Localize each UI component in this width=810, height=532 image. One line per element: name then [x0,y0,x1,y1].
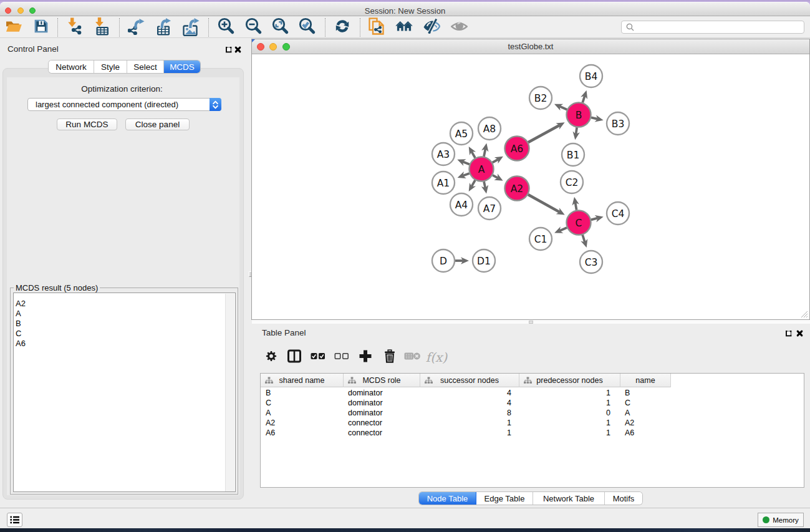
graph-edge-A-A3[interactable] [463,162,470,164]
task-history-button[interactable] [7,513,22,527]
result-item[interactable]: C [14,329,235,339]
search-box[interactable] [621,21,804,34]
close-panel-button[interactable]: Close panel [125,118,190,130]
main-titlebar[interactable]: Session: New Session [0,2,810,16]
close-panel-icon[interactable] [234,46,241,53]
zoom-out-button[interactable] [243,17,264,38]
open-folder-button[interactable] [3,17,24,38]
tab-edge-table[interactable]: Edge Table [476,492,533,505]
refresh-button[interactable] [332,17,353,38]
import-table-button[interactable] [91,17,112,38]
graph-node-A1[interactable]: A1 [432,172,455,194]
graph-node-A2[interactable]: A2 [505,177,529,201]
graph-node-B[interactable]: B [567,103,591,127]
graph-node-A6[interactable]: A6 [505,137,529,161]
network-window-titlebar[interactable]: testGlobe.txt [252,39,809,54]
graph-edge-C-C1[interactable] [560,228,567,231]
export-image-button[interactable] [181,17,202,38]
memory-button[interactable]: Memory [758,513,804,527]
zoom-selected-button[interactable] [297,17,318,38]
home-layout-button[interactable] [393,17,415,38]
tab-network[interactable]: Network [49,60,94,73]
graph-node-C4[interactable]: C4 [607,202,629,225]
result-item[interactable]: A6 [14,339,235,349]
column-header-predecessor-nodes[interactable]: predecessor nodes [519,374,620,387]
export-network-button[interactable] [126,17,147,38]
result-item[interactable]: A [14,309,235,319]
horizontal-splitter-grip[interactable] [529,321,533,324]
delete-table-button[interactable] [400,342,424,373]
graph-node-C3[interactable]: C3 [580,251,602,273]
column-header-shared-name[interactable]: shared name [261,374,344,387]
search-input[interactable] [637,23,804,32]
graph-edge-A-A4[interactable] [471,180,475,186]
graph-edge-A-A2[interactable] [493,175,498,178]
graph-node-B2[interactable]: B2 [529,87,552,109]
import-network-button[interactable] [64,17,85,38]
graph-edge-C-C4[interactable] [591,218,598,220]
graph-node-A3[interactable]: A3 [432,143,455,165]
graph-edge-B-B2[interactable] [560,107,567,110]
column-header-successor-nodes[interactable]: successor nodes [420,374,519,387]
deselect-all-rows-button[interactable] [330,342,354,373]
graph-node-A8[interactable]: A8 [478,117,501,140]
column-header-MCDS-role[interactable]: MCDS role [344,374,420,387]
add-column-button[interactable] [354,342,377,373]
float-panel-icon[interactable] [225,46,232,53]
criterion-dropdown[interactable]: largest connected component (directed) [27,98,221,111]
save-button[interactable] [31,17,52,38]
export-table-button[interactable] [153,17,175,38]
graph-node-A4[interactable]: A4 [450,193,473,216]
float-table-panel-icon[interactable] [785,330,792,337]
clone-network-button[interactable] [366,17,387,38]
zoom-fit-button[interactable] [270,17,291,38]
tab-motifs[interactable]: Motifs [605,492,642,505]
hide-panel-button[interactable] [421,17,442,38]
graph-edge-A2-C[interactable] [528,195,560,212]
graph-node-A5[interactable]: A5 [450,122,473,145]
column-header-name[interactable]: name [620,374,671,387]
tab-select[interactable]: Select [127,60,164,73]
graph-node-C[interactable]: C [567,211,591,235]
graph-edge-A-A6[interactable] [493,160,498,163]
graph-edge-C-C2[interactable] [576,203,577,210]
graph-edge-B-B4[interactable] [582,96,585,103]
graph-node-B1[interactable]: B1 [562,143,584,166]
graph-edge-A6-B[interactable] [528,125,559,143]
graph-edge-B-B1[interactable] [576,127,577,134]
function-builder-button[interactable]: f(x) [425,342,448,373]
tab-style[interactable]: Style [94,60,127,73]
mcds-result-list[interactable]: A2ABCA6 [13,293,236,492]
result-item[interactable]: B [14,319,235,329]
show-panel-button[interactable] [448,17,470,38]
close-table-panel-icon[interactable] [796,330,803,337]
gear-button[interactable] [259,342,283,373]
graph-edge-C-C3[interactable] [582,235,585,243]
node-table[interactable]: shared name MCDS role successor nodes pr… [260,373,804,488]
graph-node-D1[interactable]: D1 [473,249,495,272]
result-scrollbar[interactable] [225,294,234,492]
tab-network-table[interactable]: Network Table [533,492,605,505]
select-all-rows-button[interactable] [306,342,330,373]
result-item[interactable]: A2 [14,299,235,309]
graph-edge-A-A5[interactable] [471,152,475,158]
graph-node-A[interactable]: A [470,157,494,181]
graph-edge-A-A1[interactable] [463,173,469,176]
delete-column-button[interactable] [378,342,402,373]
graph-edge-A-A7[interactable] [484,181,485,188]
tab-mcds[interactable]: MCDS [164,60,200,73]
graph-node-B4[interactable]: B4 [580,65,602,87]
graph-node-B3[interactable]: B3 [607,112,629,135]
graph-node-A7[interactable]: A7 [478,197,501,220]
graph-edge-A-A8[interactable] [484,149,486,157]
split-columns-button[interactable] [282,342,306,373]
run-mcds-button[interactable]: Run MCDS [57,118,117,130]
zoom-in-button[interactable] [216,17,237,38]
network-graph-canvas[interactable]: A A6 A2 B C A1 A3 A4 A5 A7 A8 B1 B2 [252,54,809,319]
tab-node-table[interactable]: Node Table [419,492,476,505]
graph-node-C2[interactable]: C2 [561,171,583,193]
graph-edge-B-B3[interactable] [591,117,597,118]
graph-node-C1[interactable]: C1 [529,228,552,250]
resize-grip-icon[interactable] [801,311,808,318]
graph-node-D[interactable]: D [432,249,455,272]
